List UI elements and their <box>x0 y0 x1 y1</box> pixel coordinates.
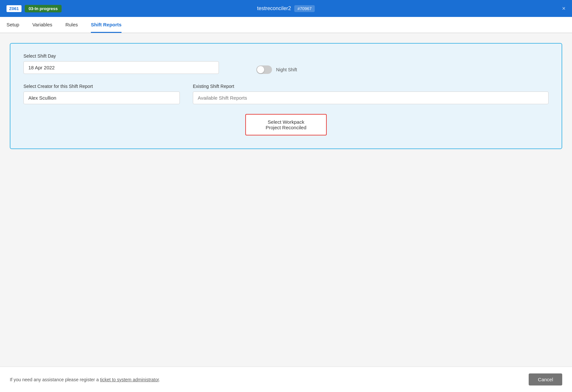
assistance-text: If you need any assistance please regist… <box>10 377 160 382</box>
form-card: Select Shift Day Night Shift Select Crea… <box>10 43 562 149</box>
workpack-button[interactable]: Select Workpack Project Reconciled <box>245 114 326 135</box>
nav-tabs: Setup Variables Rules Shift Reports <box>0 17 572 33</box>
tab-variables[interactable]: Variables <box>32 17 52 33</box>
cancel-button[interactable]: Cancel <box>529 373 562 385</box>
app-header: Z061 03-In progress testreconciler2 #709… <box>0 0 572 17</box>
creator-label: Select Creator for this Shift Report <box>23 84 180 89</box>
shift-day-label: Select Shift Day <box>23 53 219 59</box>
close-button[interactable]: × <box>562 5 565 12</box>
header-username: testreconciler2 <box>257 6 291 11</box>
tab-rules[interactable]: Rules <box>65 17 78 33</box>
shift-day-group: Select Shift Day <box>23 53 219 74</box>
ticket-link[interactable]: ticket to system administrator <box>100 377 159 382</box>
workpack-line2: Project Reconciled <box>265 125 306 130</box>
header-title-area: testreconciler2 #70967 <box>257 5 315 12</box>
header-left: Z061 03-In progress <box>7 5 62 12</box>
night-shift-row: Night Shift <box>232 56 297 74</box>
tab-shift-reports[interactable]: Shift Reports <box>91 17 122 33</box>
status-badge: 03-In progress <box>25 5 62 12</box>
workpack-line1: Select Workpack <box>265 119 306 125</box>
existing-report-input[interactable] <box>193 91 549 104</box>
night-shift-toggle[interactable] <box>256 65 272 74</box>
creator-group: Select Creator for this Shift Report <box>23 84 180 104</box>
toggle-knob <box>257 66 264 73</box>
existing-report-label: Existing Shift Report <box>193 84 549 89</box>
header-ticket-id: #70967 <box>294 5 315 12</box>
creator-input[interactable] <box>23 91 180 104</box>
z-badge: Z061 <box>7 5 21 12</box>
tab-setup[interactable]: Setup <box>7 17 19 33</box>
footer: If you need any assistance please regist… <box>0 367 572 392</box>
shift-day-input[interactable] <box>23 61 219 74</box>
footer-help-text: If you need any assistance please regist… <box>10 377 160 383</box>
date-row: Select Shift Day Night Shift <box>23 53 549 74</box>
workpack-row: Select Workpack Project Reconciled <box>23 114 549 135</box>
existing-report-group: Existing Shift Report <box>193 84 549 104</box>
night-shift-label: Night Shift <box>276 67 297 72</box>
main-content: Select Shift Day Night Shift Select Crea… <box>0 33 572 367</box>
creator-existing-row: Select Creator for this Shift Report Exi… <box>23 84 549 104</box>
